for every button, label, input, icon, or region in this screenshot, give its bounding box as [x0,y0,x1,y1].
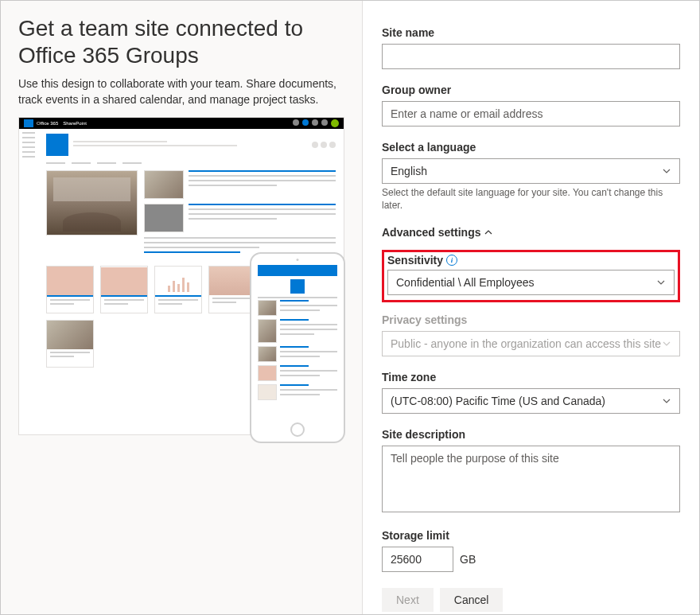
language-value: English [391,165,427,177]
chevron-up-icon [484,228,493,237]
chevron-down-icon [662,339,671,348]
chevron-down-icon [656,278,666,287]
cancel-button[interactable]: Cancel [440,588,504,612]
timezone-value: (UTC-08:00) Pacific Time (US and Canada) [391,395,605,407]
storage-label: Storage limit [382,529,680,542]
group-owner-label: Group owner [382,84,680,96]
site-name-label: Site name [382,26,680,39]
page-description: Use this design to collaborate with your… [18,76,344,107]
site-name-input[interactable] [382,44,680,69]
advanced-settings-toggle[interactable]: Advanced settings [382,226,680,239]
left-info-panel: Get a team site connected to Office 365 … [1,1,363,614]
next-button[interactable]: Next [382,588,434,612]
chevron-down-icon [662,396,671,406]
privacy-label: Privacy settings [382,313,680,326]
description-label: Site description [382,428,680,441]
sensitivity-value: Confidential \ All Employees [396,276,535,289]
group-owner-input[interactable] [382,101,680,127]
privacy-select: Public - anyone in the organization can … [382,331,680,356]
site-preview-image: Office 365 SharePoint [18,117,344,435]
sensitivity-highlight-box: Sensitivity i Confidential \ All Employe… [382,250,680,302]
sensitivity-label: Sensitivity [387,254,443,267]
page-title: Get a team site connected to Office 365 … [18,15,344,68]
info-icon[interactable]: i [446,255,457,266]
phone-preview [250,252,345,443]
description-textarea[interactable] [382,446,680,512]
storage-unit: GB [460,553,476,566]
language-select[interactable]: English [382,158,680,184]
create-site-dialog: Get a team site connected to Office 365 … [0,0,700,615]
language-helper: Select the default site language for you… [382,187,680,212]
form-panel: Site name Group owner Select a language … [363,1,699,614]
language-label: Select a language [382,141,680,154]
privacy-value: Public - anyone in the organization can … [391,337,661,350]
storage-input[interactable] [382,547,453,572]
timezone-select[interactable]: (UTC-08:00) Pacific Time (US and Canada) [382,388,680,414]
timezone-label: Time zone [382,371,680,383]
sensitivity-select[interactable]: Confidential \ All Employees [387,270,675,295]
chevron-down-icon [662,166,671,176]
